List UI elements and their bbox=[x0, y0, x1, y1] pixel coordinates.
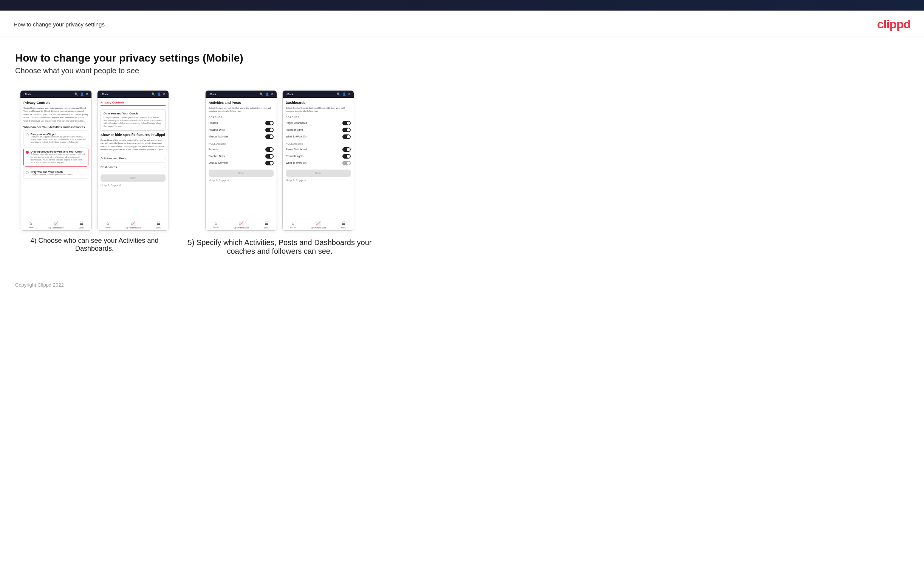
toggle-work-on-coaches-switch[interactable] bbox=[342, 134, 351, 139]
profile-icon-3[interactable]: 👤 bbox=[265, 92, 269, 96]
show-hide-title: Show or hide specific features in Clippd bbox=[100, 133, 166, 137]
toggle-player-dash-followers-switch[interactable] bbox=[342, 147, 351, 152]
toggle-drills-followers-label: Practice Drills bbox=[208, 155, 225, 158]
phone-3-back[interactable]: ‹ Back bbox=[208, 93, 216, 95]
settings-icon-2[interactable]: ⚙ bbox=[163, 92, 166, 96]
performance-icon-1: 📈 bbox=[53, 221, 58, 226]
coaches-label-3: COACHES bbox=[208, 116, 274, 119]
tab-home-label-2: Home bbox=[105, 226, 111, 229]
toggle-player-dash-coaches-switch[interactable] bbox=[342, 121, 351, 126]
performance-icon-3: 📈 bbox=[239, 221, 244, 226]
radio-dot-everyone bbox=[26, 133, 29, 136]
phone-4-nav-icons: 🔍 👤 ⚙ bbox=[337, 92, 351, 96]
menu-row-dashboards-label: Dashboards bbox=[100, 165, 117, 169]
phone-4-back[interactable]: ‹ Back bbox=[286, 93, 293, 95]
home-icon-2: ⌂ bbox=[107, 221, 109, 226]
search-icon-4[interactable]: 🔍 bbox=[337, 92, 341, 96]
tab-home-label-1: Home bbox=[28, 226, 34, 229]
toggle-work-on-followers-label: What To Work On bbox=[286, 162, 307, 164]
menu-row-dashboards[interactable]: Dashboards › bbox=[100, 163, 166, 171]
phone-1-back[interactable]: ‹ Back bbox=[23, 93, 31, 95]
save-btn-4[interactable]: Save bbox=[286, 169, 351, 177]
section-group-1: ‹ Back 🔍 👤 ⚙ Privacy Controls Control ho… bbox=[15, 90, 174, 253]
search-icon-2[interactable]: 🔍 bbox=[152, 92, 155, 96]
toggle-work-on-coaches-label: What To Work On bbox=[286, 135, 307, 138]
toggle-manual-followers-switch[interactable] bbox=[265, 161, 274, 165]
privacy-controls-tab[interactable]: Privacy Controls bbox=[100, 101, 125, 105]
toggle-drills-coaches-label: Practice Drills bbox=[208, 128, 225, 131]
caption-1: 4) Choose who can see your Activities an… bbox=[15, 237, 174, 253]
phone-2: ‹ Back 🔍 👤 ⚙ Privacy Controls bbox=[97, 90, 169, 231]
tab-menu-2[interactable]: ☰ Menu bbox=[156, 221, 161, 229]
followers-label-3: FOLLOWERS bbox=[208, 142, 274, 145]
tab-performance-4[interactable]: 📈 My Performance bbox=[311, 221, 326, 229]
phone-3-body-text: Select the types of activity that you'd … bbox=[208, 106, 274, 113]
profile-icon[interactable]: 👤 bbox=[80, 92, 84, 96]
toggle-round-insights-coaches-label: Round Insights bbox=[286, 128, 304, 131]
tab-home-2[interactable]: ⌂ Home bbox=[105, 221, 111, 229]
tab-menu-1[interactable]: ☰ Menu bbox=[79, 221, 84, 229]
page-title: How to change your privacy settings (Mob… bbox=[15, 52, 909, 64]
radio-approved[interactable]: Only Approved Followers and Your Coach O… bbox=[23, 148, 89, 166]
toggle-manual-coaches-switch[interactable] bbox=[265, 134, 274, 139]
settings-icon[interactable]: ⚙ bbox=[86, 92, 89, 96]
radio-only-you[interactable]: Only You and Your Coach Only you and the… bbox=[23, 168, 89, 179]
toggle-work-on-followers: What To Work On bbox=[286, 160, 351, 166]
phone-3-section-title: Activities and Posts bbox=[208, 101, 274, 105]
tab-menu-3[interactable]: ☰ Menu bbox=[264, 221, 269, 229]
tab-performance-label-3: My Performance bbox=[234, 227, 249, 229]
tab-performance-label-1: My Performance bbox=[48, 227, 63, 229]
callout-title: Only You and Your Coach bbox=[103, 112, 163, 115]
tab-menu-4[interactable]: ☰ Menu bbox=[341, 221, 346, 229]
radio-everyone[interactable]: Everyone on Clippd Everyone on Clippd ca… bbox=[23, 130, 89, 146]
phone-2-back[interactable]: ‹ Back bbox=[100, 93, 108, 95]
phone-4-navbar: ‹ Back 🔍 👤 ⚙ bbox=[283, 90, 354, 98]
coaches-label-4: COACHES bbox=[286, 116, 351, 119]
tab-home-3[interactable]: ⌂ Home bbox=[213, 221, 219, 229]
phone-2-tab-bar: ⌂ Home 📈 My Performance ☰ Menu bbox=[97, 219, 168, 230]
search-icon[interactable]: 🔍 bbox=[74, 92, 78, 96]
toggle-round-insights-coaches: Round Insights bbox=[286, 126, 351, 133]
toggle-drills-coaches-switch[interactable] bbox=[265, 127, 274, 132]
toggle-player-dash-coaches: Player Dashboard bbox=[286, 120, 351, 126]
save-btn-3[interactable]: Save bbox=[208, 169, 274, 177]
toggle-round-insights-followers-switch[interactable] bbox=[342, 154, 351, 159]
phone-2-nav-icons: 🔍 👤 ⚙ bbox=[152, 92, 166, 96]
toggle-work-on-followers-switch[interactable] bbox=[342, 161, 351, 165]
menu-row-activities[interactable]: Activities and Posts › bbox=[100, 154, 166, 163]
settings-icon-3[interactable]: ⚙ bbox=[271, 92, 274, 96]
tab-home-4[interactable]: ⌂ Home bbox=[290, 221, 296, 229]
toggle-round-insights-coaches-switch[interactable] bbox=[342, 127, 351, 132]
phone-1-navbar: ‹ Back 🔍 👤 ⚙ bbox=[20, 90, 92, 98]
home-icon-1: ⌂ bbox=[29, 221, 32, 226]
radio-desc-only-you: Only you and the coaches you connect wit… bbox=[31, 173, 73, 176]
tab-home-1[interactable]: ⌂ Home bbox=[28, 221, 34, 229]
home-icon-4: ⌂ bbox=[292, 221, 294, 226]
toggle-drills-followers-switch[interactable] bbox=[265, 154, 274, 159]
phone-1-content: Privacy Controls Control how you and you… bbox=[20, 98, 92, 219]
profile-icon-2[interactable]: 👤 bbox=[157, 92, 161, 96]
radio-title-approved: Only Approved Followers and Your Coach bbox=[31, 150, 86, 153]
phone-4: ‹ Back 🔍 👤 ⚙ Dashboards Select the dashb… bbox=[282, 90, 354, 231]
toggle-round-insights-followers: Round Insights bbox=[286, 153, 351, 160]
toggle-rounds-followers: Rounds bbox=[208, 146, 274, 153]
toggle-player-dash-followers: Player Dashboard bbox=[286, 146, 351, 153]
tab-performance-1[interactable]: 📈 My Performance bbox=[48, 221, 63, 229]
tab-performance-3[interactable]: 📈 My Performance bbox=[234, 221, 249, 229]
top-bar bbox=[0, 0, 924, 11]
settings-icon-4[interactable]: ⚙ bbox=[348, 92, 351, 96]
toggle-rounds-coaches: Rounds bbox=[208, 120, 274, 126]
save-btn-2[interactable]: Save bbox=[100, 174, 166, 182]
section-group-2: ‹ Back 🔍 👤 ⚙ Activities and Posts Select… bbox=[185, 90, 374, 256]
radio-dot-only-you bbox=[26, 171, 29, 174]
toggle-rounds-followers-switch[interactable] bbox=[265, 147, 274, 152]
profile-icon-4[interactable]: 👤 bbox=[342, 92, 346, 96]
tab-performance-2[interactable]: 📈 My Performance bbox=[126, 221, 141, 229]
search-icon-3[interactable]: 🔍 bbox=[260, 92, 263, 96]
radio-title-only-you: Only You and Your Coach bbox=[31, 171, 73, 173]
toggle-manual-followers-label: Manual Activities bbox=[208, 162, 228, 164]
main-content: How to change your privacy settings (Mob… bbox=[0, 37, 924, 271]
toggle-rounds-coaches-switch[interactable] bbox=[265, 121, 274, 126]
home-icon-3: ⌂ bbox=[215, 221, 217, 226]
phone-1-tab-bar: ⌂ Home 📈 My Performance ☰ Menu bbox=[20, 219, 92, 230]
